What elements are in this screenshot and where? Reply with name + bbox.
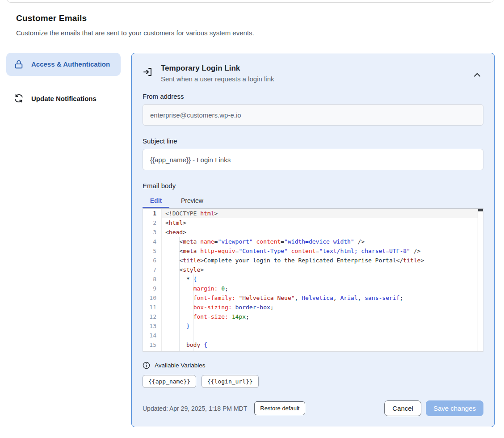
subject-line-input[interactable] [143,149,483,170]
code-line-4[interactable]: 4 <meta name="viewport" content="width=d… [143,237,483,246]
editor-scrollbar[interactable] [478,209,483,351]
customer-emails-page: Customer Emails Customize the emails tha… [0,0,504,438]
line-number: 1 [143,209,162,218]
line-number: 14 [143,331,162,340]
indent-guide [193,274,193,351]
editor-scrollbar-thumb[interactable] [478,209,483,211]
line-number: 16 [143,350,162,352]
page-title: Customer Emails [16,13,504,23]
page-header: Customer Emails Customize the emails tha… [0,0,504,37]
panel-subtitle: Sent when a user requests a login link [161,75,274,83]
code-line-9[interactable]: 9 margin: 0; [143,284,483,293]
lock-icon [13,59,24,70]
sidebar-item-update-notifications[interactable]: Update Notifications [6,87,121,110]
temporary-login-link-panel: Temporary Login Link Sent when a user re… [131,53,495,427]
line-number: 4 [143,237,162,246]
line-number: 6 [143,256,162,265]
line-number: 5 [143,246,162,256]
code-line-14[interactable]: 14 [143,331,483,340]
code-line-8[interactable]: 8 * { [143,274,483,284]
sidebar-item-access-authentication[interactable]: Access & Authentication [6,53,121,76]
panel-footer: Updated: Apr 29, 2025, 1:18 PM MDT Resto… [143,400,483,416]
tab-preview[interactable]: Preview [180,193,204,208]
code-line-2[interactable]: 2<html> [143,218,483,227]
tab-edit[interactable]: Edit [143,193,169,208]
code-line-15[interactable]: 15 body { [143,340,483,350]
panel-title-group: Temporary Login Link Sent when a user re… [161,64,274,83]
refresh-icon [13,93,24,104]
line-number: 12 [143,312,162,321]
info-icon [143,362,150,369]
line-number: 15 [143,340,162,350]
subject-field-group: Subject line [143,137,483,170]
restore-default-button[interactable]: Restore default [254,401,305,415]
line-number: 3 [143,227,162,237]
email-types-sidebar: Access & Authentication Update Notificat… [6,53,121,110]
code-line-3[interactable]: 3<head> [143,227,483,237]
email-body-tabs: Edit Preview [143,193,483,208]
updated-timestamp: Updated: Apr 29, 2025, 1:18 PM MDT [143,405,247,412]
code-line-11[interactable]: 11 box-sizing: border-box; [143,303,483,312]
code-line-1[interactable]: 1<!DOCTYPE html> [143,209,483,218]
from-address-input[interactable] [143,104,483,126]
code-line-6[interactable]: 6 <title>Complete your login to the Repl… [143,256,483,265]
page-subtitle: Customize the emails that are sent to yo… [16,29,504,37]
sidebar-item-label: Access & Authentication [31,59,110,70]
available-variables-label: Available Variables [155,362,206,369]
email-body-code-editor[interactable]: 1<!DOCTYPE html>2<html>3<head>4 <meta na… [143,208,483,352]
previous-card-bottom-edge [6,0,494,3]
available-variables-header: Available Variables [143,362,483,369]
code-lines: 1<!DOCTYPE html>2<html>3<head>4 <meta na… [143,209,483,352]
variable-chip-app-name[interactable]: {{app_name}} [143,375,196,388]
variable-chips: {{app_name}} {{login_url}} [143,375,483,388]
code-line-7[interactable]: 7 <style> [143,265,483,274]
line-number: 9 [143,284,162,293]
collapse-panel-button[interactable] [471,68,483,81]
line-number: 11 [143,303,162,312]
code-line-10[interactable]: 10 font-family: "Helvetica Neue", Helvet… [143,293,483,303]
save-changes-button[interactable]: Save changes [426,400,483,416]
code-line-13[interactable]: 13 } [143,321,483,331]
email-body-label: Email body [143,182,483,190]
code-line-5[interactable]: 5 <meta http-equiv="Content-Type" conten… [143,246,483,256]
email-body-field-group: Email body Edit Preview 1<!DOCTYPE html>… [143,182,483,352]
line-number: 8 [143,274,162,284]
indent-guide [179,237,180,351]
line-number: 13 [143,321,162,331]
chevron-up-icon [474,73,480,77]
panel-title: Temporary Login Link [161,64,274,73]
code-line-16[interactable]: 16 background-color: #ffffff; [143,350,483,352]
subject-line-label: Subject line [143,137,483,145]
code-line-12[interactable]: 12 font-size: 14px; [143,312,483,321]
from-address-field-group: From address [143,93,483,126]
line-number: 7 [143,265,162,274]
sidebar-item-label: Update Notifications [31,95,97,102]
variable-chip-login-url[interactable]: {{login_url}} [202,375,259,388]
line-number: 2 [143,218,162,227]
login-icon [143,67,153,78]
from-address-label: From address [143,93,483,100]
line-number: 10 [143,293,162,303]
cancel-button[interactable]: Cancel [384,400,421,416]
panel-header: Temporary Login Link Sent when a user re… [143,64,483,83]
